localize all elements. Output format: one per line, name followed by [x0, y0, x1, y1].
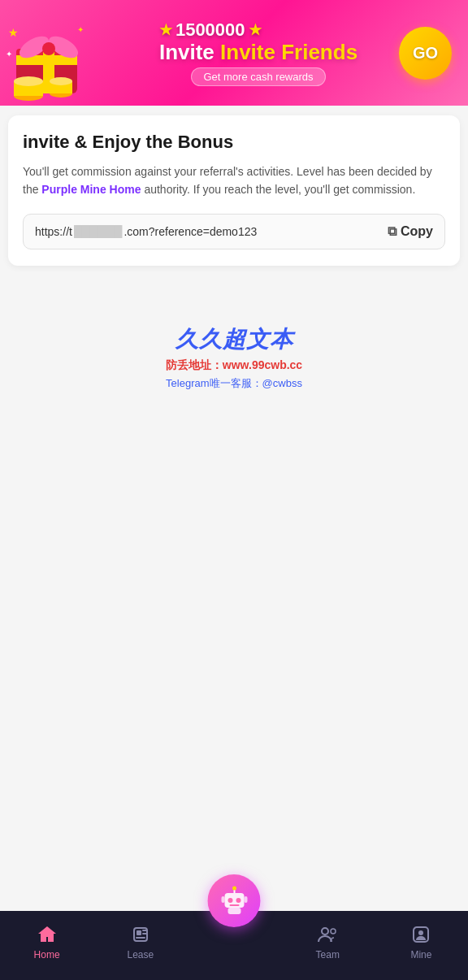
- invite-banner: ★ ✦ ✦ ★ 1500000 ★ Invite Invite Friends …: [0, 0, 468, 106]
- svg-text:✦: ✦: [77, 25, 84, 34]
- banner-amount: ★ 1500000 ★: [159, 20, 358, 41]
- referral-url-text: https://t██████.com?reference=demo123: [35, 225, 379, 238]
- star-icon-2: ★: [249, 21, 262, 39]
- watermark-telegram: Telegram唯一客服：@cwbss: [166, 376, 302, 391]
- svg-rect-23: [221, 896, 224, 903]
- card-description: You'll get commission against your refer…: [23, 163, 445, 199]
- copy-icon: ⧉: [388, 224, 396, 239]
- gift-illustration: ★ ✦ ✦: [4, 8, 93, 102]
- card-title: invite & Enjoy the Bonus: [23, 132, 445, 153]
- nav-label-home: Home: [34, 949, 60, 960]
- svg-point-31: [331, 929, 336, 934]
- robot-fab-button[interactable]: [208, 874, 261, 927]
- watermark-title: 久久超文本: [176, 324, 293, 355]
- svg-point-17: [228, 898, 232, 903]
- banner-center-content: ★ 1500000 ★ Invite Invite Friends Get mo…: [159, 20, 358, 86]
- referral-link-box: https://t██████.com?reference=demo123 ⧉ …: [23, 214, 445, 249]
- telegram-handle: @cwbss: [262, 377, 302, 389]
- copy-button[interactable]: ⧉ Copy: [379, 224, 433, 239]
- watermark-url-value: www.99cwb.cc: [223, 358, 302, 371]
- copy-label: Copy: [401, 224, 433, 239]
- svg-rect-22: [228, 908, 240, 914]
- svg-point-9: [14, 76, 43, 86]
- nav-label-team: Team: [316, 949, 340, 960]
- mine-icon: [410, 923, 432, 946]
- svg-point-20: [232, 886, 236, 890]
- banner-subtitle: Get more cash rewards: [191, 67, 325, 86]
- star-icon: ★: [159, 21, 172, 39]
- svg-text:★: ★: [8, 26, 19, 39]
- nav-item-team[interactable]: Team: [281, 923, 375, 960]
- robot-icon: [218, 885, 250, 917]
- banner-title: Invite Invite Friends: [159, 41, 358, 64]
- nav-label-lease: Lease: [127, 949, 154, 960]
- watermark-url-label: 防丢地址：: [166, 358, 223, 371]
- invite-content-card: invite & Enjoy the Bonus You'll get comm…: [8, 115, 460, 266]
- nav-item-mine[interactable]: Mine: [375, 923, 468, 960]
- watermark-url: 防丢地址：www.99cwb.cc: [166, 358, 302, 373]
- home-icon: [36, 923, 58, 946]
- watermark-area: 久久超文本 防丢地址：www.99cwb.cc Telegram唯一客服：@cw…: [0, 275, 468, 415]
- svg-point-18: [236, 898, 240, 903]
- highlight-text: Purple Mine Home: [41, 183, 141, 196]
- team-icon: [316, 923, 339, 946]
- svg-rect-24: [244, 896, 247, 903]
- lease-icon: [129, 923, 152, 946]
- desc-text-2: authority. If you reach the level, you'l…: [141, 183, 416, 196]
- masked-url-part: ██████: [74, 225, 123, 238]
- svg-point-6: [42, 42, 55, 55]
- svg-rect-21: [229, 904, 239, 906]
- svg-point-12: [50, 77, 72, 85]
- svg-point-30: [322, 928, 328, 934]
- nav-item-lease[interactable]: Lease: [93, 923, 187, 960]
- svg-rect-26: [136, 930, 141, 935]
- go-button[interactable]: GO: [399, 27, 452, 80]
- telegram-label: Telegram唯一客服：: [166, 377, 262, 389]
- svg-point-33: [418, 930, 423, 935]
- nav-item-home[interactable]: Home: [0, 923, 93, 960]
- svg-text:✦: ✦: [6, 50, 12, 59]
- nav-label-mine: Mine: [410, 949, 431, 960]
